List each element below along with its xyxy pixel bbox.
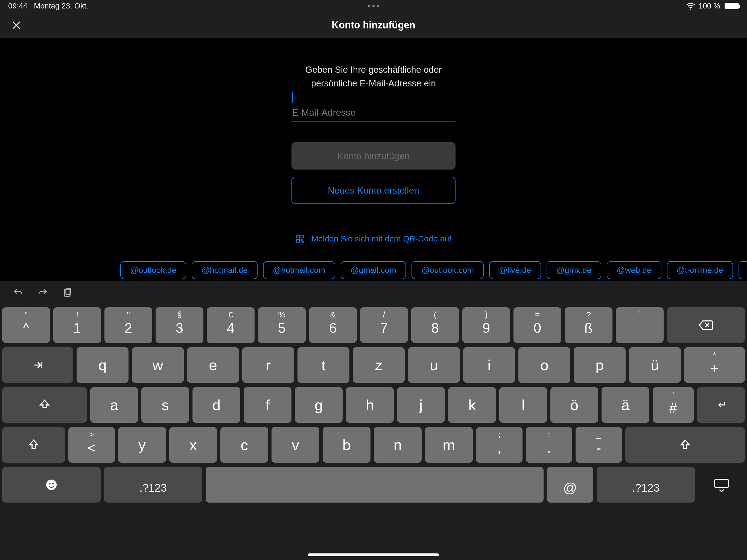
- key[interactable]: k: [448, 387, 496, 423]
- multitask-dots[interactable]: [368, 5, 379, 7]
- key[interactable]: c: [221, 427, 268, 463]
- key[interactable]: &6: [309, 307, 357, 343]
- key[interactable]: f: [243, 387, 291, 423]
- key[interactable]: ü: [629, 347, 681, 383]
- shift-left-key[interactable]: [2, 427, 65, 463]
- key[interactable]: q: [77, 347, 129, 383]
- key[interactable]: _-: [575, 427, 622, 463]
- key[interactable]: ;,: [476, 427, 522, 463]
- key[interactable]: b: [323, 427, 370, 463]
- page-title: Konto hinzufügen: [332, 19, 415, 31]
- key[interactable]: /7: [360, 307, 408, 343]
- key[interactable]: o: [518, 347, 570, 383]
- key[interactable]: p: [574, 347, 626, 383]
- key[interactable]: °^: [2, 307, 50, 343]
- dismiss-keyboard-key[interactable]: [698, 467, 745, 503]
- key[interactable]: x: [169, 427, 217, 463]
- svg-point-16: [52, 483, 54, 484]
- clipboard-icon[interactable]: [62, 287, 73, 298]
- nav-bar: Konto hinzufügen: [0, 12, 747, 38]
- domain-suggestions: @outlook.de@hotmail.de@hotmail.com@gmail…: [0, 259, 747, 281]
- key[interactable]: h: [346, 387, 394, 423]
- key[interactable]: '#: [653, 387, 694, 423]
- key[interactable]: ä: [601, 387, 649, 423]
- domain-chip[interactable]: @gmx.de: [547, 261, 601, 279]
- domain-chip[interactable]: @googlema: [739, 261, 747, 279]
- undo-icon[interactable]: [12, 287, 24, 298]
- status-time: 09:44: [8, 2, 27, 10]
- return-icon: [714, 400, 728, 410]
- keyboard: °^!1"2§3€4%5&6/7(8)9=0?ß` qwertzuiopü*+ …: [0, 281, 747, 560]
- key[interactable]: a: [90, 387, 138, 423]
- domain-chip[interactable]: @gmail.com: [341, 261, 406, 279]
- add-account-button[interactable]: Konto hinzufügen: [291, 142, 456, 170]
- domain-chip[interactable]: @outlook.com: [412, 261, 484, 279]
- key[interactable]: j: [397, 387, 445, 423]
- qr-signin-link[interactable]: Melden Sie sich mit dem QR-Code auf: [295, 234, 452, 244]
- home-indicator[interactable]: [308, 554, 439, 556]
- status-date: Montag 23. Okt.: [34, 2, 88, 10]
- close-icon: [11, 20, 21, 30]
- key[interactable]: `: [616, 307, 664, 343]
- domain-chip[interactable]: @web.de: [607, 261, 661, 279]
- key[interactable]: u: [408, 347, 460, 383]
- return-key[interactable]: [697, 387, 745, 423]
- key[interactable]: z: [353, 347, 405, 383]
- email-input[interactable]: [291, 105, 456, 122]
- key[interactable]: €4: [207, 307, 255, 343]
- backspace-key[interactable]: [667, 307, 745, 343]
- key[interactable]: (8: [411, 307, 459, 343]
- key[interactable]: m: [425, 427, 473, 463]
- domain-chip[interactable]: @outlook.de: [120, 261, 186, 279]
- domain-chip[interactable]: @hotmail.de: [192, 261, 258, 279]
- key[interactable]: w: [132, 347, 184, 383]
- key[interactable]: t: [298, 347, 350, 383]
- key[interactable]: )9: [462, 307, 510, 343]
- close-button[interactable]: [11, 20, 22, 31]
- at-key[interactable]: @: [547, 467, 593, 503]
- domain-chip[interactable]: @hotmail.com: [263, 261, 335, 279]
- key[interactable]: %5: [258, 307, 306, 343]
- svg-rect-7: [303, 241, 304, 242]
- key[interactable]: d: [192, 387, 240, 423]
- content-area: Geben Sie Ihre geschäftliche oder persön…: [0, 38, 747, 281]
- shift-right-key[interactable]: [625, 427, 745, 463]
- tab-icon: [31, 360, 45, 371]
- capslock-key[interactable]: [2, 387, 87, 423]
- create-account-button[interactable]: Neues Konto erstellen: [291, 177, 456, 204]
- key[interactable]: ö: [550, 387, 598, 423]
- key[interactable]: §3: [156, 307, 203, 343]
- domain-chip[interactable]: @live.de: [489, 261, 541, 279]
- key[interactable]: g: [295, 387, 343, 423]
- key[interactable]: r: [242, 347, 294, 383]
- dismiss-keyboard-icon: [713, 478, 730, 492]
- key[interactable]: e: [187, 347, 239, 383]
- key[interactable]: v: [272, 427, 319, 463]
- domain-chip[interactable]: @t-online.de: [667, 261, 733, 279]
- key[interactable]: =0: [514, 307, 561, 343]
- key[interactable]: "2: [104, 307, 152, 343]
- key[interactable]: n: [374, 427, 422, 463]
- key[interactable]: ><: [68, 427, 115, 463]
- svg-point-14: [46, 480, 57, 490]
- tab-key[interactable]: [2, 347, 73, 383]
- key[interactable]: s: [141, 387, 189, 423]
- emoji-key[interactable]: [2, 467, 101, 503]
- svg-rect-3: [297, 235, 300, 238]
- key[interactable]: *+: [684, 347, 745, 383]
- shift-icon: [679, 439, 692, 451]
- space-key[interactable]: [206, 467, 544, 503]
- mode-key-left[interactable]: .?123: [104, 467, 202, 503]
- prompt-line1: Geben Sie Ihre geschäftliche oder: [305, 65, 442, 75]
- key[interactable]: ?ß: [565, 307, 613, 343]
- mode-key-right[interactable]: .?123: [597, 467, 695, 503]
- key[interactable]: y: [118, 427, 166, 463]
- key[interactable]: l: [499, 387, 547, 423]
- key[interactable]: !1: [53, 307, 101, 343]
- battery-icon: [725, 3, 739, 9]
- svg-rect-5: [297, 239, 300, 242]
- key[interactable]: i: [463, 347, 515, 383]
- svg-point-15: [49, 483, 51, 484]
- redo-icon[interactable]: [37, 287, 48, 298]
- key[interactable]: :.: [526, 427, 572, 463]
